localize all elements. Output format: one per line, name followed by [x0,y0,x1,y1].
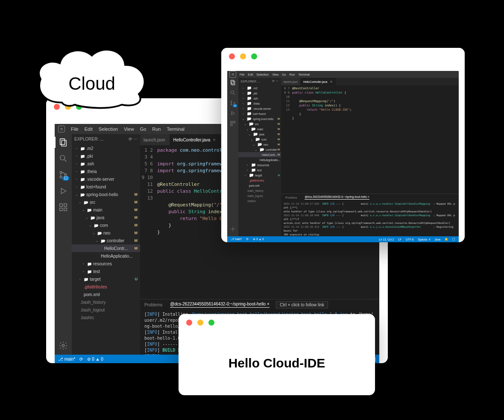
tab-hellocontroller[interactable]: HelloController.java× [170,134,220,145]
close-icon[interactable]: × [267,302,270,306]
tree-folder[interactable]: ⌄javaM [72,214,140,221]
panel-tab-problems[interactable]: Problems [285,196,297,199]
status-language[interactable]: Java [434,238,440,241]
status-cursor[interactable]: Ln 13, Col 2 [379,238,394,241]
tree-folder[interactable]: ›resources [72,260,140,267]
close-icon[interactable] [229,53,235,59]
tree-folder[interactable]: ⌄controllerM [238,147,281,152]
tree-folder[interactable]: ›.vscode-server [238,106,281,111]
tree-folder[interactable]: ⌄srcM [72,198,140,206]
status-eol[interactable]: LF [398,238,401,241]
status-encoding[interactable]: UTF-8 [406,238,413,241]
tree-folder[interactable]: ⌄comM [238,137,281,142]
tree-file[interactable]: pom.xml [72,291,140,298]
status-sync-icon[interactable]: ⟳ [246,238,249,241]
tree-file[interactable]: .bash_history [238,188,281,193]
tree-folder[interactable]: ›lost+found [72,183,140,191]
tree-folder[interactable]: ⌄spring-boot-helloM [238,116,281,121]
tree-folder[interactable]: ›.pki [238,91,281,96]
menu-selection[interactable]: Selection [99,126,118,132]
tree-folder[interactable]: ›.m2 [72,144,140,152]
tree-folder[interactable]: ›targetU [238,173,281,178]
explorer-icon[interactable] [230,79,236,85]
close-icon[interactable]: × [213,137,215,142]
settings-icon[interactable] [230,226,236,232]
status-branch[interactable]: ⎇ main* [58,357,75,361]
menu-run[interactable]: Run [152,126,161,132]
tree-folder[interactable]: ⌄comM [72,221,140,229]
explorer-icon[interactable] [59,138,68,147]
scm-icon[interactable]: 12 [59,170,68,179]
status-layout-icon[interactable]: ▢ [452,238,455,241]
menu-go[interactable]: Go [282,73,286,76]
tree-folder[interactable]: ›.theia [238,101,281,106]
tree-folder[interactable]: ›.vscode-server [72,175,140,183]
tree-folder[interactable]: ⌄spring-boot-helloM [72,191,140,198]
debug-icon[interactable] [59,186,68,196]
status-problems[interactable]: ⊘ 0 ▲ 0 [253,238,264,241]
settings-icon[interactable] [59,341,68,350]
tree-folder[interactable]: ›targetU [72,275,140,283]
tree-folder[interactable]: ⌄neoM [72,229,140,237]
tree-file[interactable]: .bash_logout [72,306,140,314]
close-icon[interactable]: × [330,79,332,84]
extensions-icon[interactable] [59,203,68,212]
status-problems[interactable]: ⊘ 0 ▲ 0 [87,357,103,361]
tree-folder[interactable]: ›.pki [72,152,140,160]
menu-file[interactable]: File [240,73,244,76]
tree-file[interactable]: HelloContr...M [72,244,140,252]
tree-folder[interactable]: ›resources [238,162,281,167]
tree-folder[interactable]: ›test [238,167,281,173]
minimize-icon[interactable] [240,53,246,59]
maximize-icon[interactable] [208,320,214,326]
status-bell-icon[interactable]: 🔔 [445,238,448,241]
tree-folder[interactable]: ⌄controllerM [72,237,140,244]
status-indent[interactable]: Spaces: 4 [418,238,430,241]
tree-file[interactable]: .bash_history [72,298,140,306]
tree-folder[interactable]: ⌄srcM [238,121,281,126]
tab-hellocontroller[interactable]: HelloController.java× [301,78,336,85]
panel-tab-problems[interactable]: Problems [144,303,162,307]
menu-run[interactable]: Run [290,73,295,76]
tree-folder[interactable]: ⌄mainM [238,126,281,132]
tree-file[interactable]: .gitattributes [72,283,140,291]
tree-folder[interactable]: ›lost+found [238,111,281,116]
close-icon[interactable] [186,320,192,326]
tree-file[interactable]: HelloContr...M [238,152,281,157]
tree-file[interactable]: .bashrc [238,198,281,203]
tree-file[interactable]: HelloApplicatio... [238,157,281,162]
status-sync-icon[interactable]: ⟳ [79,357,83,361]
tree-folder[interactable]: ›.m2 [238,85,281,91]
search-icon[interactable] [230,90,236,96]
menu-view[interactable]: View [272,73,278,76]
tree-folder[interactable]: ›.ssh [72,160,140,167]
minimize-icon[interactable] [197,320,203,326]
tab-launch-json[interactable]: launch.json [140,134,170,145]
tree-folder[interactable]: ›.ssh [238,96,281,101]
menu-terminal[interactable]: Terminal [167,126,185,132]
terminal-output[interactable]: 2021-11-24 11:09:17.920 INFO 128 --- [ m… [281,201,459,236]
debug-icon[interactable] [230,110,236,116]
maximize-icon[interactable] [251,53,257,59]
scm-icon[interactable]: 12 [230,100,236,106]
menu-edit[interactable]: Edit [248,73,253,76]
panel-tab-terminal[interactable]: @dcs-262234455056146432-0:~/spring-boot-… [170,302,270,308]
menu-terminal[interactable]: Terminal [298,73,309,76]
tree-folder[interactable]: ›.theia [72,167,140,175]
tree-folder[interactable]: ⌄mainM [72,206,140,214]
menu-edit[interactable]: Edit [85,126,93,132]
code-editor[interactable]: 6 7 8 9 10 11 12 13 @RestController publ… [281,85,459,194]
menu-go[interactable]: Go [140,126,147,132]
menu-file[interactable]: File [71,126,79,132]
status-branch[interactable]: ⎇ main* [231,238,242,241]
menu-selection[interactable]: Selection [256,73,269,76]
tree-folder[interactable]: ›test [72,267,140,275]
search-icon[interactable] [59,154,68,163]
menu-view[interactable]: View [124,126,134,132]
tree-file[interactable]: .bashrc [72,314,140,321]
extensions-icon[interactable] [230,120,236,126]
tree-file[interactable]: .gitattributes [238,178,281,183]
panel-tab-terminal[interactable]: @dcs-262234455056146432-0:~/spring-boot-… [305,195,369,200]
tree-file[interactable]: pom.xml [238,183,281,188]
tree-folder[interactable]: ⌄javaM [238,132,281,137]
